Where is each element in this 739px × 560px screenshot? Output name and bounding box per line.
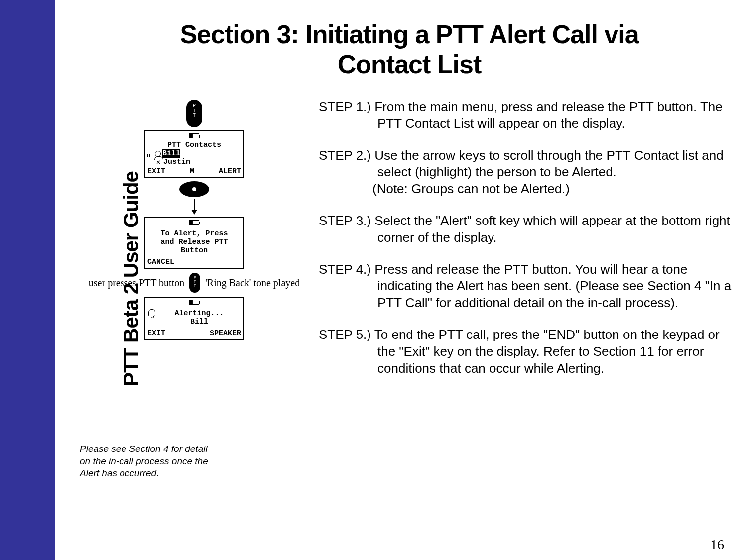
nav-pad-icon — [179, 181, 209, 197]
sidebar-band — [0, 0, 55, 560]
page-title: Section 3: Initiating a PTT Alert Call v… — [80, 20, 739, 80]
step-1: STEP 1.) From the main menu, press and r… — [319, 99, 739, 132]
step-3: STEP 3.) Select the "Alert" soft key whi… — [319, 213, 739, 246]
phone-screen-alerting: Alerting... Bill EXIT SPEAKER — [144, 297, 244, 340]
step-2-note: (Note: Groups can not be Alerted.) — [319, 181, 739, 198]
label-ringback: 'Ring Back' tone played — [205, 277, 300, 289]
softkey-cancel: CANCEL — [147, 258, 174, 266]
battery-icon — [189, 133, 199, 138]
signal-icon — [147, 150, 153, 157]
label-user-presses: user presses PTT button — [89, 277, 184, 289]
softkey-alert: ALERT — [219, 167, 241, 176]
step-2: STEP 2.) Use the arrow keys to scroll th… — [319, 147, 739, 181]
contact-justin: Justin — [163, 158, 190, 166]
page-title-line2: Contact List — [338, 50, 481, 79]
phone-screen-alert-prompt: To Alert, Press and Release PTT Button C… — [144, 217, 244, 269]
screen2-line3: Button — [148, 246, 240, 255]
phone-screen-contacts: PTT Contacts Bill ✕ Justin EXIT M ALERT — [144, 130, 244, 178]
person-icon — [155, 151, 161, 157]
softkey-exit-2: EXIT — [147, 329, 165, 337]
softkey-exit: EXIT — [147, 167, 165, 176]
ptt-button-small-icon: PTT — [189, 273, 200, 293]
screen3-line1: Alerting... — [158, 309, 240, 318]
screen3-line2: Bill — [158, 318, 240, 326]
battery-icon — [189, 300, 199, 305]
step-5: STEP 5.) To end the PTT call, pres the "… — [319, 327, 739, 377]
footnote: Please see Section 4 for detail on the i… — [80, 443, 219, 480]
screen1-title: PTT Contacts — [145, 141, 243, 149]
screen2-line1: To Alert, Press — [148, 229, 240, 238]
softkey-speaker: SPEAKER — [210, 329, 241, 337]
steps-column: STEP 1.) From the main menu, press and r… — [319, 99, 739, 392]
step-4: STEP 4.) Press and release the PTT butto… — [319, 261, 739, 312]
bell-icon — [148, 309, 155, 316]
battery-icon — [189, 220, 199, 225]
diagram-column: PTT PTT Contacts Bill ✕ Justin EXIT M AL… — [80, 100, 309, 340]
diagram-mid-row: user presses PTT button PTT 'Ring Back' … — [80, 273, 309, 293]
screen2-line2: and Release PTT — [148, 238, 240, 246]
softkey-menu: M — [190, 167, 194, 176]
page-number: 16 — [710, 537, 724, 553]
arrow-down-icon — [194, 199, 195, 214]
page-title-line1: Section 3: Initiating a PTT Alert Call v… — [180, 20, 638, 49]
contact-bill-selected: Bill — [162, 149, 180, 158]
ptt-button-icon: PTT — [186, 100, 202, 127]
